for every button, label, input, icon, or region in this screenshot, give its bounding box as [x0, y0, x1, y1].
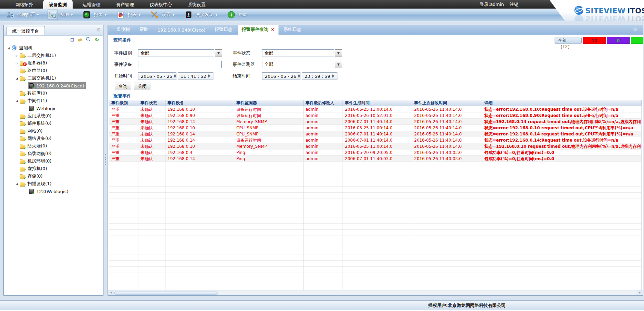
- event-row[interactable]: 严重 未确认 192.168.0.90 设备运行时间 admin 2016-05…: [109, 112, 642, 119]
- tree-item[interactable]: 服务器(8): [4, 59, 103, 67]
- tree-item[interactable]: 路由器(0): [4, 67, 103, 74]
- tree-item[interactable]: Weblogic: [4, 105, 103, 112]
- horizontal-scrollbar[interactable]: ◄ ►: [108, 290, 643, 295]
- event-created-cell: 2006-07-01 11:40:14.0: [343, 137, 412, 143]
- tree-item[interactable]: 邮件系统(0): [4, 120, 103, 127]
- event-row[interactable]: 严重 未确认 192.168.0.10 设备运行时间 admin 2016-05…: [109, 106, 642, 112]
- dropdown-arrow-icon[interactable]: ▼: [335, 49, 342, 57]
- tree-expander-icon[interactable]: [14, 62, 19, 65]
- top-menu-item[interactable]: 仪表板中心: [144, 0, 178, 9]
- event-row[interactable]: 严重 未确认 192.168.0.10 CPU_SNMP admin 2016-…: [109, 125, 642, 131]
- event-status-select[interactable]: 全部: [262, 49, 334, 57]
- view-menu[interactable]: 视图 ▾: [48, 10, 73, 20]
- tree-item[interactable]: 机房环境(0): [4, 157, 103, 165]
- tree-expander-icon[interactable]: [14, 77, 19, 80]
- events-column-header[interactable]: 事件最后修改人: [304, 100, 343, 106]
- gear-icon[interactable]: ⚙: [97, 27, 101, 33]
- refresh-icon[interactable]: ↻: [95, 37, 99, 42]
- top-menu-item[interactable]: 资产管理: [110, 0, 140, 9]
- scroll-right-icon[interactable]: ►: [637, 290, 643, 295]
- event-level-select[interactable]: 全部: [138, 49, 214, 57]
- transfer-icon[interactable]: ⇄: [78, 37, 82, 42]
- logout-link[interactable]: 注销: [509, 1, 518, 8]
- top-menu-item[interactable]: 系统设置: [182, 0, 211, 9]
- gear-icon[interactable]: ⚙: [633, 27, 637, 32]
- events-column-header[interactable]: 事件设备: [165, 100, 234, 106]
- tab-unified-monitoring[interactable]: 统一监控平台: [7, 26, 45, 35]
- close-button[interactable]: 关闭: [134, 83, 150, 90]
- tree-item[interactable]: 监测树: [4, 44, 103, 52]
- events-column-header[interactable]: 详细: [482, 100, 642, 106]
- tree-item[interactable]: 防火墙(0): [4, 142, 103, 150]
- tree-item[interactable]: 虚拟机(0): [4, 165, 103, 172]
- badge-all-count[interactable]: 全部（12）: [555, 37, 582, 44]
- event-row[interactable]: 严重 未确认 192.168.0.14 Memory_SNMP admin 20…: [109, 119, 642, 125]
- tree-item[interactable]: 扫描发现(1): [4, 180, 103, 188]
- badge-ok-count[interactable]: [631, 37, 643, 44]
- spinner-arrows-icon[interactable]: ▲▼: [174, 74, 176, 79]
- content-tab[interactable]: 帮助: [135, 25, 152, 35]
- top-menu-item[interactable]: 运维管理: [77, 0, 106, 9]
- event-created-cell: 2016-05-26 10:52:01.0: [343, 112, 412, 119]
- tab-close-icon[interactable]: [271, 27, 274, 32]
- tree-item[interactable]: 应用系统(0): [4, 112, 103, 120]
- dropdown-arrow-icon[interactable]: ▼: [335, 61, 342, 68]
- event-device-input[interactable]: [138, 61, 222, 68]
- event-row[interactable]: 严重 未确认 192.168.0.4 Ping admin 2016-05-20…: [109, 149, 642, 156]
- events-column-header[interactable]: 事件上次修改时间: [412, 100, 482, 106]
- content-tab[interactable]: 报警日志: [211, 25, 237, 35]
- events-column-header[interactable]: 事件生成时间: [343, 100, 412, 106]
- end-date-spinner[interactable]: 2016 - 05 - 26 ▲▼: [262, 72, 300, 80]
- alarm-menu[interactable]: 报警 ▾: [82, 10, 107, 20]
- tree-expander-icon[interactable]: [6, 47, 11, 50]
- badge-warning-count[interactable]: 0: [607, 37, 630, 44]
- scroll-left-icon[interactable]: ◄: [108, 290, 114, 295]
- events-column-header[interactable]: 事件级别: [109, 100, 138, 106]
- tree-item[interactable]: 网站(0): [4, 127, 103, 135]
- tree-item[interactable]: 二层交换机(1): [4, 52, 103, 59]
- tree-expander-icon[interactable]: [14, 99, 19, 103]
- content-tab[interactable]: 192.168.0.248(Cisco): [153, 26, 210, 35]
- spinner-arrows-icon[interactable]: ▲▼: [332, 74, 334, 79]
- search-icon[interactable]: [86, 37, 91, 43]
- event-monitor-select[interactable]: 全部: [262, 61, 334, 68]
- query-button[interactable]: 查询: [115, 83, 131, 90]
- events-column-header[interactable]: 事件监测器: [234, 100, 304, 106]
- scrollbar-thumb[interactable]: [114, 291, 218, 295]
- tree-expander-icon[interactable]: [14, 54, 19, 57]
- spinner-arrows-icon[interactable]: ▲▼: [208, 74, 210, 79]
- settings-menu[interactable]: 设置 ▾: [149, 10, 174, 20]
- tree-item[interactable]: 数据库(0): [4, 89, 103, 97]
- tree-item[interactable]: 存储(0): [4, 172, 103, 180]
- start-clock-spinner[interactable]: 11 : 41 : 52 ▲▼: [178, 72, 213, 80]
- tree-item[interactable]: 中间件(1): [4, 97, 103, 105]
- tree-item[interactable]: 三层交换机(1): [4, 74, 103, 82]
- discovery-menu[interactable]: 资源发现 ▾: [183, 10, 217, 20]
- content-tab[interactable]: 系统日志: [280, 25, 306, 35]
- help-menu[interactable]: 帮助: [226, 10, 247, 20]
- event-row[interactable]: 严重 未确认 192.168.0.10 Memory_SNMP admin 20…: [109, 143, 642, 149]
- end-clock-spinner[interactable]: 23 : 59 : 59 ▲▼: [302, 72, 337, 80]
- top-menu-item[interactable]: 网络拓扑: [10, 0, 39, 9]
- tree-item[interactable]: 网络设备(0): [4, 135, 103, 142]
- dropdown-arrow-icon[interactable]: ▼: [215, 49, 222, 57]
- top-menu-item[interactable]: 设备监测: [43, 0, 73, 9]
- collapse-all-icon[interactable]: ⊟: [70, 37, 74, 42]
- event-row[interactable]: 严重 未确认 192.168.0.14 Ping admin 2006-07-0…: [109, 156, 642, 162]
- start-date-spinner[interactable]: 2016 - 05 - 25 ▲▼: [138, 72, 176, 80]
- events-column-header[interactable]: 事件状态: [138, 100, 165, 106]
- content-tab[interactable]: 监测树: [113, 25, 134, 35]
- tree-expander-icon[interactable]: [14, 182, 19, 186]
- splitter-grip-icon[interactable]: [105, 154, 106, 165]
- content-tab[interactable]: 报警事件查询: [238, 25, 278, 35]
- agent-config-menu[interactable]: 代理配置 ▾: [5, 10, 39, 20]
- badge-critical-count[interactable]: 12: [583, 37, 606, 44]
- event-row[interactable]: 严重 未确认 192.168.0.14 设备运行时间 admin 2006-07…: [109, 137, 642, 143]
- panel-splitter[interactable]: [103, 25, 108, 296]
- report-menu[interactable]: 报表 ▾: [115, 10, 140, 20]
- spinner-arrows-icon[interactable]: ▲▼: [298, 74, 300, 79]
- tree-item[interactable]: 123(Weblogic): [4, 188, 103, 195]
- event-row[interactable]: 严重 未确认 192.168.0.14 CPU_SNMP admin 2006-…: [109, 131, 642, 137]
- tree-item[interactable]: 负载均衡(0): [4, 150, 103, 157]
- tree-item[interactable]: 192.168.0.248(Cisco): [4, 82, 103, 89]
